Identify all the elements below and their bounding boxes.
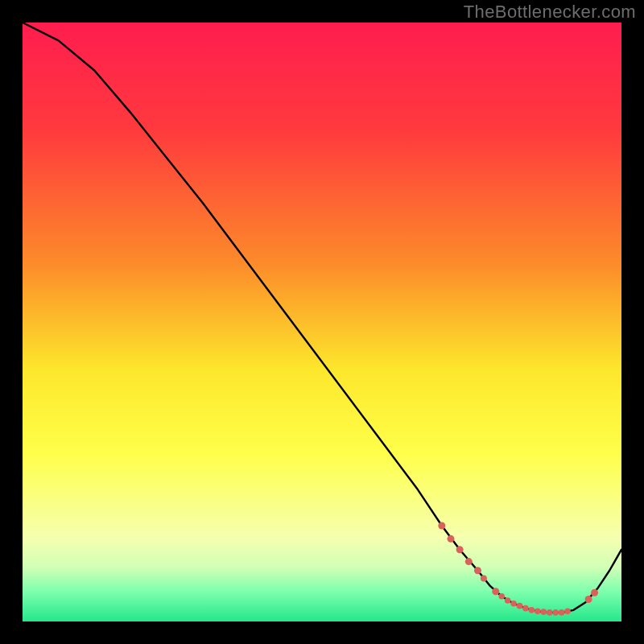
highlight-dot [498,593,505,600]
highlight-dot [552,609,559,616]
watermark-text: TheBottlenecker.com [464,2,636,23]
highlight-dot [522,605,529,612]
plot-area [23,23,621,621]
highlight-dot [438,522,445,529]
chart-frame: TheBottlenecker.com [0,0,644,644]
highlight-dot [585,596,592,603]
highlight-dot [564,609,571,615]
highlight-dot [492,588,499,595]
highlight-dot [510,601,517,607]
highlight-dot [529,607,535,613]
highlight-dot [481,575,487,581]
highlight-dot [465,558,473,565]
gradient-background [23,23,621,621]
highlight-dot [540,609,547,615]
chart-svg [23,23,621,621]
highlight-dot [559,609,565,616]
highlight-dot [456,546,464,553]
highlight-dot [547,609,553,616]
highlight-dot [591,589,598,597]
highlight-dot [474,567,481,574]
highlight-dot [505,597,511,604]
highlight-dot [517,603,523,609]
highlight-dot [447,535,454,543]
highlight-dot [535,609,541,615]
